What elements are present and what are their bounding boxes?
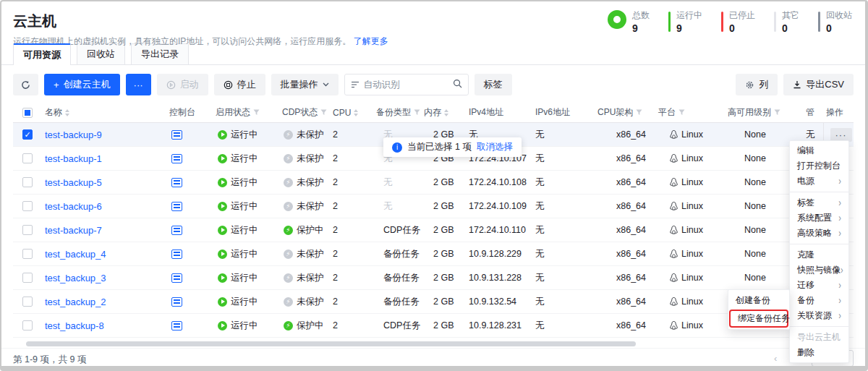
search-icon[interactable] <box>453 78 462 91</box>
column-header[interactable]: 控制台 <box>166 106 213 119</box>
column-header[interactable]: CPU <box>330 108 373 118</box>
console-icon[interactable] <box>171 226 182 235</box>
page-subtitle: 运行在物理机上的虚拟机实例，具有独立的IP地址，可以访问公共网络，运行应用服务。… <box>13 35 854 48</box>
filter-icon[interactable] <box>774 108 780 118</box>
vm-name-link[interactable]: test_backup_4 <box>45 249 106 260</box>
stop-button[interactable]: 停止 <box>214 74 265 95</box>
console-icon[interactable] <box>171 178 182 187</box>
filter-icon[interactable] <box>636 108 642 118</box>
header-select-all-cell <box>13 108 42 118</box>
row-checkbox[interactable]: ✓ <box>22 273 33 283</box>
menu-item[interactable]: 高级策略 › <box>790 226 848 241</box>
row-select-cell: ✓ <box>13 177 42 187</box>
vm-name-link[interactable]: test-backup-9 <box>45 129 102 140</box>
export-csv-button[interactable]: 导出CSV <box>783 74 854 95</box>
deselect-link[interactable]: 取消选择 <box>477 141 513 153</box>
vm-name-link[interactable]: test-backup-1 <box>45 153 102 164</box>
filter-icon[interactable] <box>253 108 260 118</box>
row-checkbox[interactable]: ✓ <box>22 201 33 211</box>
vm-name-link[interactable]: test_backup_3 <box>45 273 106 283</box>
ipv6-cell: 无 <box>532 272 595 284</box>
batch-actions-label: 批量操作 <box>281 78 318 91</box>
linux-penguin-icon <box>670 321 678 331</box>
start-button[interactable]: 启动 <box>157 74 208 95</box>
menu-item-label: 标签 <box>797 195 814 210</box>
cpu-cell: 2 <box>330 129 373 140</box>
vm-name-link[interactable]: test_backup-8 <box>45 320 104 331</box>
vm-name-link[interactable]: test-backup-5 <box>45 177 102 188</box>
row-actions-button[interactable]: ··· <box>830 128 852 142</box>
console-icon[interactable] <box>171 273 182 283</box>
filter-icon[interactable] <box>414 108 420 118</box>
selection-popover: i 当前已选择 1 项 取消选择 <box>383 137 522 157</box>
column-header[interactable]: 高可用级别 <box>725 106 803 119</box>
platform-label: Linux <box>681 273 703 283</box>
vm-name-link[interactable]: test-backup-6 <box>45 201 102 212</box>
column-header[interactable]: CDP状态 <box>279 106 330 119</box>
console-icon[interactable] <box>171 130 182 140</box>
column-header[interactable]: 管 <box>803 106 823 119</box>
menu-item[interactable]: 关联资源 › <box>790 308 848 323</box>
tag-button[interactable]: 标签 <box>475 74 512 95</box>
console-icon[interactable] <box>171 154 182 163</box>
row-checkbox[interactable]: ✓ <box>22 297 33 307</box>
prev-page-button[interactable]: ‹ <box>774 353 777 364</box>
filter-icon[interactable] <box>320 108 327 118</box>
sort-icon[interactable] <box>444 109 448 116</box>
column-header[interactable]: 操作 <box>823 106 858 119</box>
gear-icon <box>745 80 754 90</box>
menu-item[interactable]: 删除 › <box>790 345 848 360</box>
cdp-status-icon: ⚡ <box>284 178 293 187</box>
console-icon[interactable] <box>171 250 182 259</box>
pagination-summary: 第 1-9 项，共 9 项 <box>13 354 86 366</box>
create-vm-button[interactable]: + 创建云主机 <box>44 74 120 95</box>
column-header[interactable]: 备份类型 <box>373 106 421 119</box>
column-header[interactable]: IPv6地址 <box>532 106 595 119</box>
vm-name-link[interactable]: test_backup_2 <box>45 297 106 307</box>
tab[interactable]: 可用资源 <box>13 43 71 64</box>
console-icon[interactable] <box>171 202 182 211</box>
row-checkbox[interactable]: ✓ <box>22 225 33 235</box>
running-status-icon <box>218 273 227 283</box>
learn-more-link[interactable]: 了解更多 <box>354 36 388 46</box>
column-header[interactable]: 启用状态 <box>213 106 279 119</box>
menu-item[interactable]: 编辑 › <box>790 143 848 158</box>
search-input[interactable] <box>364 80 448 90</box>
platform-label: Linux <box>681 249 703 259</box>
menu-item-label: 备份 <box>797 293 814 308</box>
column-header[interactable]: CPU架构 <box>595 106 655 119</box>
horizontal-scrollbar[interactable] <box>26 341 636 346</box>
menu-item-label: 快照与镜像 <box>797 263 841 278</box>
platform-label: Linux <box>681 201 703 211</box>
columns-button[interactable]: 列 <box>736 74 778 95</box>
filter-icon[interactable] <box>678 108 685 118</box>
sort-icon[interactable] <box>65 109 69 116</box>
row-checkbox[interactable]: ✓ <box>22 320 33 331</box>
column-header[interactable]: 内存 <box>421 106 466 119</box>
refresh-button[interactable] <box>13 74 38 95</box>
row-checkbox[interactable]: ✓ <box>22 177 33 187</box>
more-actions-button[interactable]: ··· <box>126 74 151 95</box>
sort-icon[interactable] <box>354 109 358 116</box>
submenu-item[interactable]: 绑定备份任务 <box>729 310 788 328</box>
ipv4-cell: 172.24.10.109 <box>466 201 532 211</box>
menu-item-label: 迁移 <box>797 278 814 293</box>
column-header[interactable]: 平台 <box>655 106 725 119</box>
vm-name-link[interactable]: test-backup-7 <box>45 225 102 236</box>
cpu-arch-cell: x86_64 <box>595 129 655 140</box>
row-checkbox[interactable]: ✓ <box>22 129 33 140</box>
batch-actions-button[interactable]: 批量操作 <box>271 74 339 95</box>
column-header[interactable]: 名称 <box>42 106 166 119</box>
cdp-status-icon: ⚡ <box>284 130 293 140</box>
console-icon[interactable] <box>171 321 182 331</box>
row-checkbox[interactable]: ✓ <box>22 249 33 259</box>
submenu-item[interactable]: 创建备份 <box>728 291 789 310</box>
column-header[interactable]: IPv4地址 <box>466 106 532 119</box>
menu-item[interactable]: 克隆 › <box>790 247 848 263</box>
console-icon[interactable] <box>171 297 182 307</box>
menu-item[interactable]: 导出云主机 › <box>790 330 848 345</box>
menu-item[interactable]: 电源 › <box>790 174 848 189</box>
row-checkbox[interactable]: ✓ <box>22 153 33 163</box>
select-all-checkbox[interactable] <box>22 108 33 118</box>
platform-label: Linux <box>681 225 703 235</box>
